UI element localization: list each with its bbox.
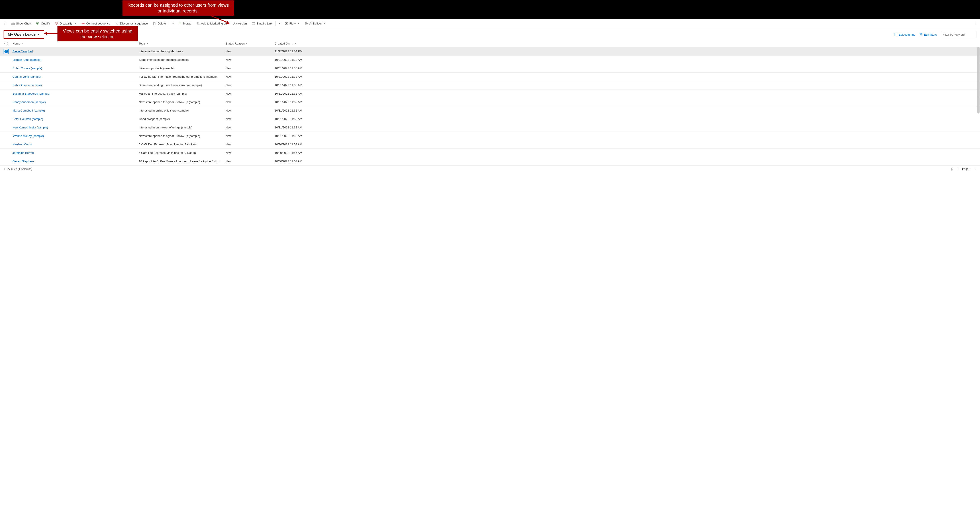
status-cell: New xyxy=(226,75,275,78)
grid-footer: 1 - 27 of 27 (1 Selected) |◂ ← Page 1 → xyxy=(0,166,980,172)
lead-name-link[interactable]: Maria Campbell (sample) xyxy=(13,109,45,112)
assign-button[interactable]: Assign xyxy=(231,20,249,27)
table-row[interactable]: Lidman Anna (sample)Some interest in our… xyxy=(0,56,980,64)
status-cell: New xyxy=(226,67,275,70)
column-header-created[interactable]: Created On ↓▼ xyxy=(275,42,978,45)
column-header-name[interactable]: Name▼ xyxy=(11,42,139,45)
created-cell: 10/31/2022 11:32 AM xyxy=(275,117,978,121)
lead-name-link[interactable]: Nancy Anderson (sample) xyxy=(13,100,46,104)
delete-button[interactable]: Delete xyxy=(150,20,168,27)
flow-label: Flow xyxy=(290,22,296,25)
svg-point-5 xyxy=(234,22,235,24)
pager-first-button[interactable]: |◂ xyxy=(951,167,953,170)
created-cell: 10/31/2022 11:32 AM xyxy=(275,100,978,104)
topic-cell: Good prospect (sample) xyxy=(139,117,226,121)
lead-name-link[interactable]: Peter Houston (sample) xyxy=(13,117,43,121)
connect-sequence-label: Connect sequence xyxy=(86,22,110,25)
overflow-button[interactable]: ⋮ xyxy=(972,20,978,27)
disqualify-button[interactable]: Disqualify ▼ xyxy=(52,20,78,27)
lead-name-link[interactable]: Robin Counts (sample) xyxy=(13,67,42,70)
created-cell: 10/31/2022 11:33 AM xyxy=(275,84,978,87)
table-row[interactable]: Ivan Komashinsky (sample)Interested in o… xyxy=(0,123,980,132)
column-header-topic[interactable]: Topic▼ xyxy=(139,42,226,45)
status-cell: New xyxy=(226,109,275,112)
divider xyxy=(275,21,276,26)
pager-next-button[interactable]: → xyxy=(974,167,977,170)
table-row[interactable]: Robin Counts (sample)Likes our products … xyxy=(0,64,980,73)
table-row[interactable]: Jermaine Berrett5 Café Lite Espresso Mac… xyxy=(0,149,980,157)
pager-page-label: Page 1 xyxy=(962,167,970,170)
table-row[interactable]: Peter Houston (sample)Good prospect (sam… xyxy=(0,115,980,123)
table-row[interactable]: Counts Vong (sample)Follow-up with infor… xyxy=(0,73,980,81)
table-row[interactable]: Maria Campbell (sample)Interested in onl… xyxy=(0,106,980,115)
table-row[interactable]: Gerald Stephens10 Airpot Lite Coffee Mak… xyxy=(0,157,980,166)
created-cell: 10/31/2022 11:32 AM xyxy=(275,126,978,129)
view-bar: My Open Leads ▼ Edit columns Edit filter… xyxy=(0,28,980,40)
filter-keyword-input[interactable] xyxy=(941,31,977,38)
table-row[interactable]: Debra Garcia (sample)Store is expanding … xyxy=(0,81,980,89)
lead-name-link[interactable]: Lidman Anna (sample) xyxy=(13,58,41,62)
merge-button[interactable]: Merge xyxy=(176,20,194,27)
grid-body: Steve CampbellInterested in purchasing M… xyxy=(0,47,980,166)
filter-icon xyxy=(919,33,923,36)
table-row[interactable]: Steve CampbellInterested in purchasing M… xyxy=(0,47,980,56)
lead-name-link[interactable]: Counts Vong (sample) xyxy=(13,75,41,78)
select-all-checkbox[interactable] xyxy=(2,42,11,45)
topic-cell: Interested in our newer offerings (sampl… xyxy=(139,126,226,129)
ai-builder-icon xyxy=(304,22,308,25)
chevron-down-icon: ▼ xyxy=(294,43,296,45)
table-row[interactable]: Susanna Stubberod (sample)Mailed an inte… xyxy=(0,89,980,98)
lead-name-link[interactable]: Jermaine Berrett xyxy=(13,151,34,154)
table-row[interactable]: Yvonne McKay (sample)New store opened th… xyxy=(0,132,980,140)
svg-rect-2 xyxy=(14,23,14,25)
status-cell: New xyxy=(226,160,275,163)
column-header-status[interactable]: Status Reason▼ xyxy=(226,42,275,45)
disconnect-sequence-button[interactable]: Disconnect sequence xyxy=(113,20,150,27)
pager-prev-button[interactable]: ← xyxy=(956,167,959,170)
delete-split-button[interactable]: ▼ xyxy=(170,20,175,27)
flow-button[interactable]: Flow ▼ xyxy=(282,20,302,27)
view-selector[interactable]: My Open Leads ▼ xyxy=(3,30,45,39)
divider xyxy=(169,21,169,26)
lead-name-link[interactable]: Debra Garcia (sample) xyxy=(13,84,42,87)
lead-name-link[interactable]: Yvonne McKay (sample) xyxy=(13,134,44,138)
topic-cell: Store is expanding - send new literature… xyxy=(139,84,226,87)
lead-name-link[interactable]: Susanna Stubberod (sample) xyxy=(13,92,50,95)
chevron-down-icon: ▼ xyxy=(278,22,281,25)
table-row[interactable]: Harrison Curtis5 Café Duo Espresso Machi… xyxy=(0,140,980,149)
lead-name-link[interactable]: Gerald Stephens xyxy=(13,160,34,163)
chevron-down-icon: ▼ xyxy=(172,22,174,25)
back-button[interactable] xyxy=(2,20,8,27)
disconnect-sequence-label: Disconnect sequence xyxy=(120,22,148,25)
svg-rect-1 xyxy=(13,23,13,25)
chevron-down-icon: ▼ xyxy=(245,43,247,45)
edit-filters-button[interactable]: Edit filters xyxy=(919,33,937,36)
lead-name-link[interactable]: Ivan Komashinsky (sample) xyxy=(13,126,48,129)
email-link-label: Email a Link xyxy=(256,22,272,25)
created-cell: 10/31/2022 11:33 AM xyxy=(275,67,978,70)
chevron-down-icon: ▼ xyxy=(21,43,23,45)
status-cell: New xyxy=(226,134,275,138)
email-link-button[interactable]: Email a Link xyxy=(250,20,275,27)
lead-name-link[interactable]: Steve Campbell xyxy=(13,50,33,53)
edit-columns-button[interactable]: Edit columns xyxy=(894,33,915,36)
connect-sequence-icon xyxy=(81,22,85,25)
columns-icon xyxy=(894,33,897,36)
show-chart-button[interactable]: Show Chart xyxy=(9,20,33,27)
email-icon xyxy=(252,22,255,25)
status-cell: New xyxy=(226,100,275,104)
edit-filters-label: Edit filters xyxy=(924,33,937,36)
connect-sequence-button[interactable]: Connect sequence xyxy=(79,20,113,27)
topic-cell: Mailed an interest card back (sample) xyxy=(139,92,226,95)
table-row[interactable]: Nancy Anderson (sample)New store opened … xyxy=(0,98,980,106)
created-cell: 10/30/2022 11:57 AM xyxy=(275,160,978,163)
row-checkbox[interactable] xyxy=(2,49,11,54)
created-cell: 10/30/2022 11:57 AM xyxy=(275,151,978,154)
scrollbar[interactable] xyxy=(977,47,980,114)
email-split-button[interactable]: ▼ xyxy=(277,20,282,27)
lead-name-link[interactable]: Harrison Curtis xyxy=(13,143,32,146)
topic-cell: New store opened this year - follow up (… xyxy=(139,134,226,138)
topic-cell: Some interest in our products (sample) xyxy=(139,58,226,62)
qualify-button[interactable]: Qualify xyxy=(34,20,52,27)
ai-builder-button[interactable]: AI Builder ▼ xyxy=(302,20,328,27)
